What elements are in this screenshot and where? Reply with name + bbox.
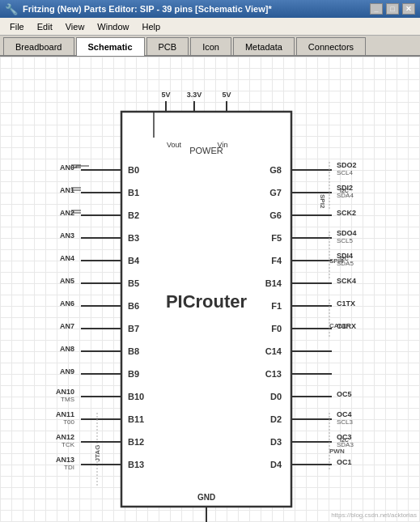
svg-text:AN12: AN12 bbox=[56, 433, 74, 441]
svg-text:B4: B4 bbox=[128, 256, 140, 265]
svg-text:AN6: AN6 bbox=[60, 299, 74, 308]
svg-text:C14: C14 bbox=[265, 346, 282, 356]
svg-text:SCK4: SCK4 bbox=[337, 277, 356, 285]
svg-text:CAN1: CAN1 bbox=[329, 322, 347, 329]
app-icon: 🔧 bbox=[5, 3, 18, 15]
window-controls: _ □ ✕ bbox=[370, 3, 415, 15]
svg-text:5V: 5V bbox=[222, 91, 231, 99]
titlebar: 🔧 Fritzing (New) Parts Editor: SIP - 39 … bbox=[0, 0, 420, 18]
svg-text:PICrouter: PICrouter bbox=[166, 291, 248, 312]
svg-text:TCK: TCK bbox=[62, 441, 75, 448]
schematic-svg: PICrouter POWER Vout Vin 5V 3.3V 5V GND … bbox=[0, 57, 420, 522]
svg-text:F5: F5 bbox=[271, 233, 282, 243]
tab-metadata[interactable]: Metadata bbox=[233, 37, 295, 55]
svg-text:I2C: I2C bbox=[340, 437, 349, 443]
svg-text:B12: B12 bbox=[128, 437, 144, 447]
watermark: https://blog.csdn.net/acktorias bbox=[331, 511, 417, 519]
tab-pcb[interactable]: PCB bbox=[146, 37, 189, 55]
svg-text:SDO4: SDO4 bbox=[337, 229, 357, 237]
svg-text:OC5: OC5 bbox=[337, 390, 352, 398]
svg-text:G6: G6 bbox=[269, 210, 282, 220]
tab-breadboard[interactable]: Breadboard bbox=[3, 37, 74, 55]
svg-text:I2C: I2C bbox=[340, 188, 349, 193]
svg-text:TMS: TMS bbox=[61, 396, 74, 403]
svg-text:SDO2: SDO2 bbox=[337, 161, 357, 169]
svg-text:D0: D0 bbox=[270, 392, 282, 401]
svg-text:B1: B1 bbox=[128, 188, 139, 197]
svg-text:AN4: AN4 bbox=[60, 254, 74, 262]
svg-text:B3: B3 bbox=[128, 233, 139, 243]
svg-text:AN9: AN9 bbox=[60, 367, 74, 376]
svg-text:AN7: AN7 bbox=[60, 322, 74, 330]
svg-text:Vin: Vin bbox=[218, 141, 228, 149]
svg-text:D4: D4 bbox=[270, 460, 282, 469]
svg-text:F4: F4 bbox=[271, 256, 282, 265]
menu-file[interactable]: File bbox=[3, 20, 31, 33]
svg-text:F0: F0 bbox=[271, 324, 282, 333]
svg-text:SCK2: SCK2 bbox=[337, 209, 356, 217]
svg-text:B6: B6 bbox=[128, 301, 139, 311]
svg-text:D3: D3 bbox=[270, 437, 282, 447]
menu-help[interactable]: Help bbox=[135, 20, 167, 33]
svg-text:3.3V: 3.3V bbox=[187, 91, 202, 99]
svg-text:B5: B5 bbox=[128, 278, 139, 288]
close-button[interactable]: ✕ bbox=[402, 3, 415, 15]
svg-text:B13: B13 bbox=[128, 460, 144, 469]
svg-text:AN13: AN13 bbox=[56, 456, 74, 464]
svg-text:B11: B11 bbox=[128, 414, 144, 424]
tab-schematic[interactable]: Schematic bbox=[76, 37, 145, 56]
svg-text:AN10: AN10 bbox=[56, 388, 74, 396]
svg-text:TDI: TDI bbox=[64, 464, 74, 471]
svg-text:B10: B10 bbox=[128, 392, 144, 401]
svg-text:C13: C13 bbox=[265, 369, 282, 379]
svg-text:B2: B2 bbox=[128, 210, 139, 220]
svg-text:G7: G7 bbox=[269, 188, 282, 197]
svg-text:AN5: AN5 bbox=[60, 277, 74, 285]
tab-icon[interactable]: Icon bbox=[190, 37, 231, 55]
menu-view[interactable]: View bbox=[59, 20, 91, 33]
menu-window[interactable]: Window bbox=[91, 20, 135, 33]
svg-text:AN8: AN8 bbox=[60, 345, 74, 353]
svg-text:B7: B7 bbox=[128, 324, 139, 333]
svg-text:B8: B8 bbox=[128, 346, 139, 356]
tabbar: Breadboard Schematic PCB Icon Metadata C… bbox=[0, 36, 420, 57]
svg-text:G8: G8 bbox=[269, 165, 282, 175]
svg-text:B9: B9 bbox=[128, 369, 139, 379]
svg-text:Vout: Vout bbox=[167, 141, 182, 149]
tab-connectors[interactable]: Connectors bbox=[296, 37, 366, 55]
svg-text:D2: D2 bbox=[270, 414, 282, 424]
svg-text:T00: T00 bbox=[63, 418, 74, 426]
svg-text:PWN: PWN bbox=[329, 448, 345, 455]
svg-text:AN3: AN3 bbox=[60, 231, 74, 240]
maximize-button[interactable]: □ bbox=[386, 3, 399, 15]
svg-text:C1TX: C1TX bbox=[337, 299, 355, 308]
svg-text:OC4: OC4 bbox=[337, 410, 352, 418]
svg-text:AN11: AN11 bbox=[56, 410, 74, 418]
window-title: Fritzing (New) Parts Editor: SIP - 39 pi… bbox=[23, 4, 272, 14]
svg-text:SCL4: SCL4 bbox=[337, 169, 354, 176]
svg-text:SCL5: SCL5 bbox=[337, 237, 354, 244]
svg-text:GND: GND bbox=[197, 493, 215, 502]
svg-text:I2C: I2C bbox=[340, 256, 349, 261]
svg-text:OC1: OC1 bbox=[337, 458, 352, 466]
svg-text:F1: F1 bbox=[271, 301, 282, 311]
svg-text:SCL3: SCL3 bbox=[337, 418, 354, 426]
menu-edit[interactable]: Edit bbox=[31, 20, 59, 33]
svg-text:5V: 5V bbox=[161, 91, 170, 99]
svg-text:B14: B14 bbox=[265, 278, 282, 288]
menubar: File Edit View Window Help bbox=[0, 18, 420, 36]
schematic-canvas: PICrouter POWER Vout Vin 5V 3.3V 5V GND … bbox=[0, 57, 420, 522]
svg-text:SPI2: SPI2 bbox=[319, 194, 326, 209]
minimize-button[interactable]: _ bbox=[370, 3, 383, 15]
svg-text:B0: B0 bbox=[128, 165, 139, 175]
